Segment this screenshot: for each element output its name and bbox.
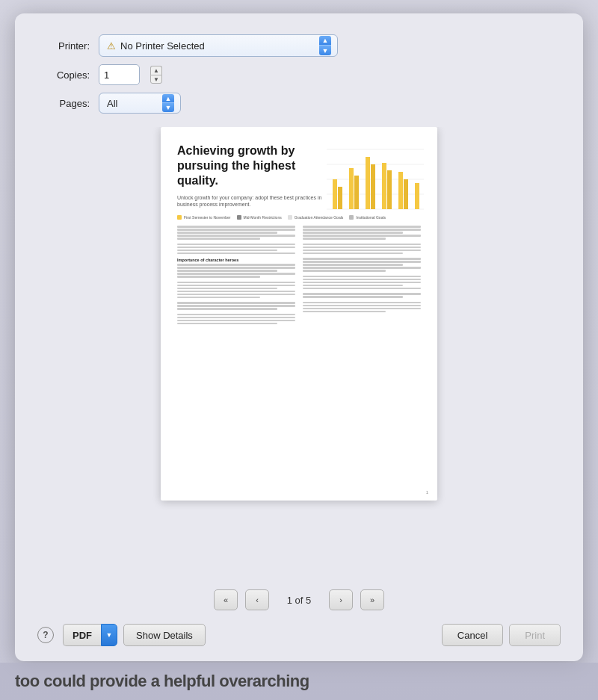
copies-arrow-down[interactable]: ▼: [150, 75, 162, 84]
text-line: [303, 261, 421, 263]
text-line: [177, 308, 277, 310]
text-line: [177, 238, 260, 240]
pdf-button[interactable]: PDF: [63, 624, 101, 646]
text-line: [177, 285, 295, 287]
text-line: [177, 323, 277, 325]
text-line: [177, 244, 295, 246]
page-navigation: « ‹ 1 of 5 › »: [37, 589, 561, 610]
page-info: 1 of 5: [277, 595, 321, 606]
svg-rect-7: [349, 168, 354, 209]
preview-chart: [327, 142, 424, 217]
text-block-5: [177, 302, 295, 310]
svg-rect-11: [382, 163, 386, 209]
preview-columns: Importance of character heroes: [177, 226, 421, 328]
next-page-button[interactable]: ›: [329, 589, 353, 610]
text-line: [303, 238, 386, 240]
printer-warning-icon: ⚠: [107, 40, 116, 52]
text-line: [177, 226, 295, 228]
text-line: [177, 229, 295, 231]
text-block-2: [177, 244, 295, 255]
pages-arrow-up[interactable]: ▲: [162, 94, 174, 103]
pages-select[interactable]: All ▲ ▼: [99, 93, 181, 114]
text-line: [177, 232, 277, 234]
print-button[interactable]: Print: [509, 624, 561, 646]
text-line: [303, 235, 421, 237]
pdf-dropdown-button[interactable]: ▼: [101, 624, 117, 646]
text-line: [177, 320, 295, 322]
text-line: [303, 282, 421, 284]
text-block-3: Importance of character heroes: [177, 258, 295, 278]
svg-rect-12: [387, 170, 392, 209]
legend-dot-3: [288, 215, 292, 220]
preview-page-number: 1: [426, 490, 428, 495]
pages-arrow-down[interactable]: ▼: [162, 103, 174, 112]
show-details-button[interactable]: Show Details: [123, 624, 206, 646]
copies-input[interactable]: 1: [99, 64, 140, 85]
text-line: [177, 302, 295, 304]
print-dialog: Printer: ⚠ No Printer Selected ▲ ▼ Copie…: [15, 13, 583, 661]
text-line: [177, 288, 277, 290]
text-block-1: [177, 226, 295, 240]
text-line: [177, 294, 295, 296]
text-line: [303, 267, 421, 269]
text-block-r2: [303, 244, 421, 255]
prev-page-button[interactable]: ‹: [245, 589, 269, 610]
preview-page: Achieving growth by pursuing the highest…: [161, 127, 437, 501]
copies-value: 1: [104, 69, 109, 81]
text-line: [177, 264, 295, 266]
text-line: [303, 250, 421, 252]
text-line: [303, 229, 421, 231]
form-area: Printer: ⚠ No Printer Selected ▲ ▼ Copie…: [37, 34, 561, 114]
bottom-text-strip: too could provide a helpful overarching: [0, 663, 598, 700]
svg-rect-15: [415, 183, 419, 209]
text-line: [177, 250, 277, 252]
printer-row: Printer: ⚠ No Printer Selected ▲ ▼: [37, 34, 561, 57]
pages-row: Pages: All ▲ ▼: [37, 93, 561, 114]
text-block-r1: [303, 226, 421, 240]
text-line: [303, 296, 403, 298]
cancel-button[interactable]: Cancel: [442, 624, 503, 646]
text-block-r6: [303, 302, 421, 313]
copies-stepper[interactable]: ▲ ▼: [150, 66, 162, 84]
text-line: [303, 311, 386, 313]
copies-arrow-up[interactable]: ▲: [150, 66, 162, 75]
text-line: [177, 282, 295, 284]
svg-rect-5: [333, 179, 337, 209]
text-line: [303, 226, 421, 228]
text-line: [303, 247, 421, 249]
text-block-r4: [303, 276, 421, 290]
preview-col-right: [303, 226, 421, 328]
printer-stepper[interactable]: ▲ ▼: [319, 36, 331, 55]
text-line: [177, 276, 260, 278]
first-page-button[interactable]: «: [214, 589, 238, 610]
pages-stepper[interactable]: ▲ ▼: [162, 94, 174, 112]
printer-arrow-up[interactable]: ▲: [319, 36, 331, 46]
text-line: [303, 279, 421, 281]
copies-row: Copies: 1 ▲ ▼: [37, 64, 561, 85]
printer-label: Printer:: [37, 40, 90, 52]
text-line: [177, 247, 295, 249]
preview-area: Achieving growth by pursuing the highest…: [37, 127, 561, 580]
text-block-r3: [303, 258, 421, 272]
svg-rect-13: [398, 172, 403, 209]
svg-rect-8: [354, 176, 359, 209]
printer-arrow-down[interactable]: ▼: [319, 46, 331, 55]
text-block-6: [177, 314, 295, 325]
help-button[interactable]: ?: [37, 627, 54, 643]
legend-item-1: First Semester to November: [177, 215, 231, 220]
svg-rect-10: [371, 164, 375, 209]
last-page-button[interactable]: »: [360, 589, 384, 610]
legend-label-1: First Semester to November: [184, 215, 231, 220]
text-line: [303, 288, 421, 290]
svg-rect-6: [338, 187, 342, 209]
printer-select[interactable]: ⚠ No Printer Selected ▲ ▼: [99, 34, 338, 57]
text-line: [303, 253, 403, 255]
svg-rect-9: [366, 157, 370, 209]
legend-dot-1: [177, 215, 182, 220]
text-line: [177, 253, 295, 255]
text-line: [177, 305, 295, 307]
legend-label-2: Mid-Month Restrictions: [244, 215, 282, 220]
text-block-title: Importance of character heroes: [177, 258, 295, 262]
pages-value: All: [107, 98, 162, 109]
text-block-r5: [303, 293, 421, 298]
